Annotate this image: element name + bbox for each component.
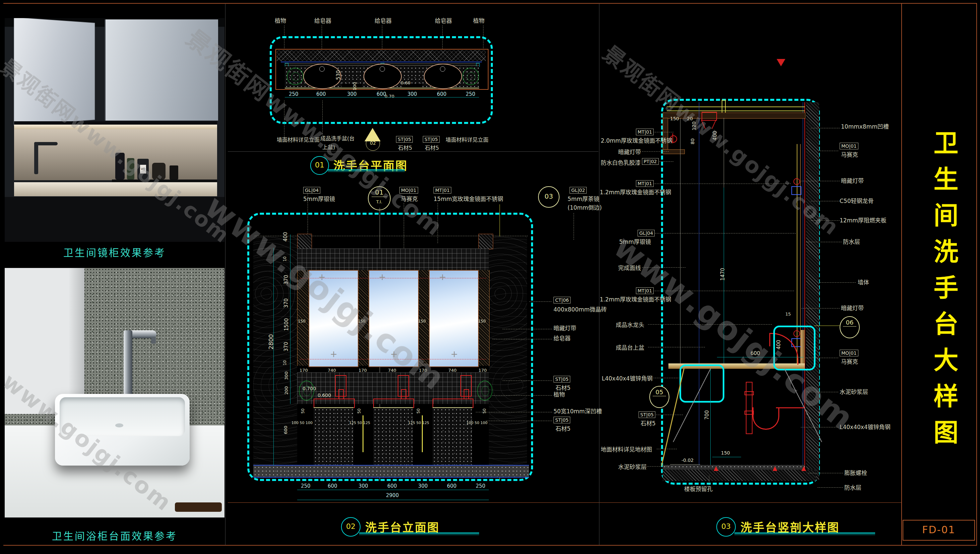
white-wall	[5, 268, 84, 414]
detail-highlight-counter-edge	[679, 365, 724, 403]
sect-dim-120: 120	[691, 122, 696, 131]
leader	[653, 183, 791, 184]
cross-mark: +	[439, 272, 446, 282]
level-line	[670, 464, 700, 465]
elev-dim-line-bottom	[297, 490, 489, 490]
sect-tag-mt-c: MT|01	[636, 287, 654, 294]
sect-label-faucet: 成品水龙头	[616, 322, 644, 329]
sect-label-groove: 10mmx8mm凹槽	[841, 123, 889, 130]
basin-cabinet-3	[433, 407, 472, 465]
plan-wall-material-note-left: 墙面材料详见立面	[277, 137, 320, 143]
detail-bubble-01: 01 T.I.	[368, 186, 390, 210]
elev-dim: 740	[328, 368, 336, 373]
material-tag: MT|01	[636, 180, 654, 187]
elev-dim: 170	[478, 368, 487, 373]
elev-stone-right	[489, 236, 527, 466]
sect-tag-st05: ST|05	[639, 411, 655, 418]
vessel-basin	[55, 394, 190, 466]
dispenser-nozzle	[338, 389, 344, 399]
elev-dim-left: 370	[283, 342, 289, 352]
red-marker-triangle	[777, 59, 786, 66]
material-tag: MO|01	[399, 187, 418, 194]
dispenser-nozzle	[464, 389, 469, 399]
cross-mark: +	[390, 349, 398, 359]
material-tag: MT|01	[636, 129, 654, 135]
plan-dim: 600	[377, 91, 386, 97]
leader	[486, 421, 552, 421]
detail-bubble-05: 05	[649, 386, 669, 408]
leader	[805, 358, 838, 358]
soap-dispenser-3	[461, 375, 472, 396]
plan-label-soap-2: 给皂器	[374, 18, 392, 24]
material-tag: GL|02	[570, 187, 586, 194]
leader	[802, 308, 840, 309]
plan-title: 洗手台平面图	[333, 157, 408, 173]
faucet-hole-2	[379, 66, 385, 72]
basin-rim	[60, 397, 185, 436]
sect-tag-pt: PT|02	[642, 158, 659, 165]
leader	[655, 233, 796, 234]
leader	[574, 213, 574, 240]
leader	[808, 473, 843, 473]
elev-dim-line-total-b	[297, 500, 489, 500]
plan-dim: 250	[289, 91, 298, 97]
leader	[653, 291, 794, 291]
soap-dispenser-1	[335, 375, 346, 396]
elev-dim-left2: 200	[284, 386, 289, 395]
frame-top-line	[3, 3, 977, 4]
elev-label-light: 暗藏灯带	[553, 325, 576, 332]
sect-dim-700: 700	[704, 410, 710, 420]
plan-stone-tag-2: ST|05	[423, 136, 440, 143]
plan-dim: 600	[316, 91, 326, 97]
plan-title-divider	[228, 151, 598, 152]
elev-label-gl04: 5mm厚银镜	[303, 196, 335, 203]
plan-label-soap-1: 给皂器	[314, 18, 331, 24]
plan-dim-100: 100	[352, 82, 357, 91]
sect-tag-mo-a: MO|01	[840, 143, 858, 150]
elev-label-gl02a: 5mm厚茶镜	[567, 196, 599, 203]
bubble-sheet: T.I.	[376, 199, 382, 204]
mirror-clip-upper	[791, 186, 802, 195]
material-tag: ST|05	[396, 136, 413, 143]
bottle-dark	[115, 153, 124, 180]
elev-level-0600: 0.600	[318, 393, 331, 398]
title-column-line	[901, 3, 902, 545]
mirror-door-open	[14, 18, 95, 126]
cabinet-underside	[14, 121, 217, 124]
mirror-stile-3	[417, 270, 430, 366]
sect-tag-mt-b: MT|01	[636, 180, 654, 187]
panel-divider-mid	[599, 3, 599, 545]
elev-tag-gl02: GL|02	[570, 187, 586, 194]
sect-label-mt12-a: 1.2mm厚玫瑰金镜面不锈钢	[600, 189, 671, 196]
elev-tag-mo: MO|01	[399, 187, 418, 194]
mirror-stile-1	[297, 270, 309, 366]
sect-label-wall: 墙体	[858, 279, 869, 286]
small-item	[169, 166, 178, 180]
elev-label-st05-a: 石材5	[556, 385, 570, 392]
material-tag: CT|06	[553, 297, 570, 304]
plan-stone-tag-1: ST|05	[396, 136, 413, 143]
leader	[642, 151, 669, 152]
counter-apron-1	[314, 399, 355, 408]
elev-dim-bottom: 600	[328, 483, 338, 489]
elev-dim-line-total	[273, 248, 274, 466]
leader	[503, 380, 552, 381]
sect-label-mo-b: 马赛克	[841, 358, 858, 365]
leader	[811, 220, 840, 221]
plan-wall-face-line	[281, 62, 482, 62]
basin-drain	[115, 423, 123, 427]
sect-label-mo-a: 马赛克	[841, 151, 858, 158]
small-dim-group: 100 50 100	[292, 421, 312, 425]
sect-ref-line-1	[680, 118, 680, 365]
elev-dim: 740	[388, 368, 396, 373]
sect-label-angle-left: L40x40x4镀锌角钢	[602, 375, 653, 382]
leader	[492, 395, 552, 396]
sect-label-mt20: 2.0mm厚玫瑰金镜面不锈钢	[601, 137, 672, 144]
mirror-stile-4	[477, 270, 489, 366]
elev-label-st05-b: 石材5	[556, 425, 570, 432]
leader	[653, 132, 673, 132]
photo-mirror-cabinet: VO	[5, 18, 225, 242]
soap-dispenser-2	[398, 375, 409, 396]
sect-label-mortar-left: 水泥砂浆层	[618, 463, 647, 471]
sect-label-basin: 成品台上盆	[616, 344, 644, 351]
